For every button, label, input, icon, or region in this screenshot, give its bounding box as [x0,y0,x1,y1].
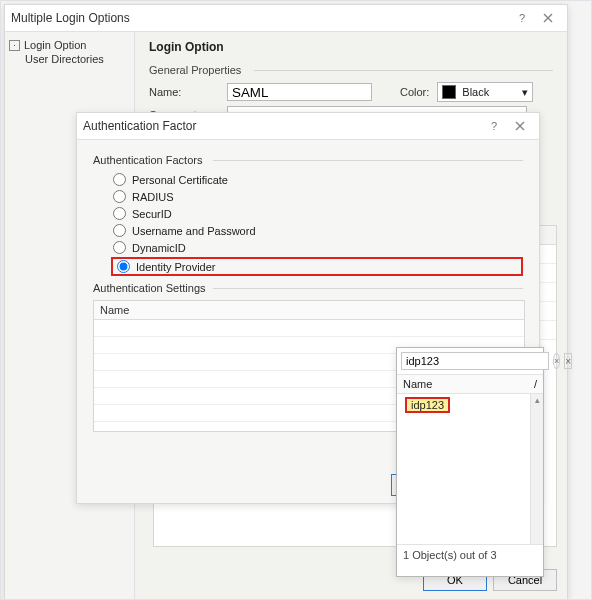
main-title: Multiple Login Options [11,11,509,25]
close-icon [515,121,525,131]
close-icon: × [565,356,571,367]
tree-node-login-option[interactable]: · Login Option [9,38,130,52]
auth-settings-header[interactable]: Name [94,301,524,320]
picker-header-label: Name [403,378,432,390]
clear-icon: × [554,356,559,366]
auth-title: Authentication Factor [83,119,481,133]
color-select[interactable]: Black ▾ [437,82,533,102]
picker-list: idp123 ▴ [397,394,543,544]
main-titlebar: Multiple Login Options ? [5,5,567,32]
auth-help-button[interactable]: ? [481,113,507,139]
color-label: Color: [400,86,429,98]
picker-close-button[interactable]: × [564,353,572,369]
general-properties-label: General Properties [149,64,553,76]
radio-securid[interactable]: SecurID [111,206,523,221]
picker-item[interactable]: idp123 [397,394,543,416]
help-button[interactable]: ? [509,5,535,31]
radio-username-password[interactable]: Username and Password [111,223,523,238]
picker-search-row: × × [397,348,543,375]
chevron-down-icon: ▾ [522,86,528,99]
sort-indicator-icon: / [534,378,537,390]
picker-item-label: idp123 [405,397,450,413]
name-row: Name: Color: Black ▾ [149,82,553,102]
picker-search-input[interactable] [401,352,549,370]
color-swatch-icon [442,85,456,99]
auth-settings-label: Authentication Settings [93,282,523,294]
auth-factor-radios: Personal Certificate RADIUS SecurID User… [111,172,523,276]
radio-dynamicid[interactable]: DynamicID [111,240,523,255]
close-window-button[interactable] [535,5,561,31]
radio-radius[interactable]: RADIUS [111,189,523,204]
color-value: Black [462,86,489,98]
tree-node-user-directories[interactable]: User Directories [25,52,130,66]
name-input[interactable] [227,83,372,101]
name-label: Name: [149,86,219,98]
scroll-up-icon: ▴ [531,394,543,406]
picker-header[interactable]: Name / [397,375,543,394]
picker-status: 1 Object(s) out of 3 [397,544,543,565]
tree-expand-icon[interactable]: · [9,40,20,51]
close-icon [543,13,553,23]
object-picker: × × Name / idp123 ▴ 1 Object(s) out of 3 [396,347,544,577]
radio-personal-certificate[interactable]: Personal Certificate [111,172,523,187]
auth-close-button[interactable] [507,113,533,139]
radio-identity-provider[interactable]: Identity Provider [111,257,523,276]
picker-scrollbar[interactable]: ▴ [530,394,543,544]
table-row [94,320,524,337]
auth-titlebar: Authentication Factor ? [77,113,539,140]
panel-heading: Login Option [149,40,553,54]
auth-factors-label: Authentication Factors [93,154,523,166]
